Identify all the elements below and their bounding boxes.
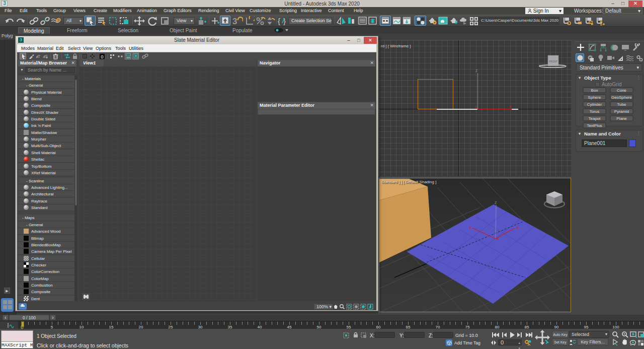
svg-text:Y: Y [469, 226, 472, 230]
svg-text:{: { [278, 17, 280, 25]
svg-text:0: 0 [101, 54, 103, 59]
svg-text:X: X [516, 226, 519, 230]
svg-text:3: 3 [232, 17, 237, 26]
svg-text:FRONT: FRONT [549, 60, 557, 63]
svg-text:Z: Z [495, 201, 497, 204]
svg-text:}: } [283, 17, 286, 25]
